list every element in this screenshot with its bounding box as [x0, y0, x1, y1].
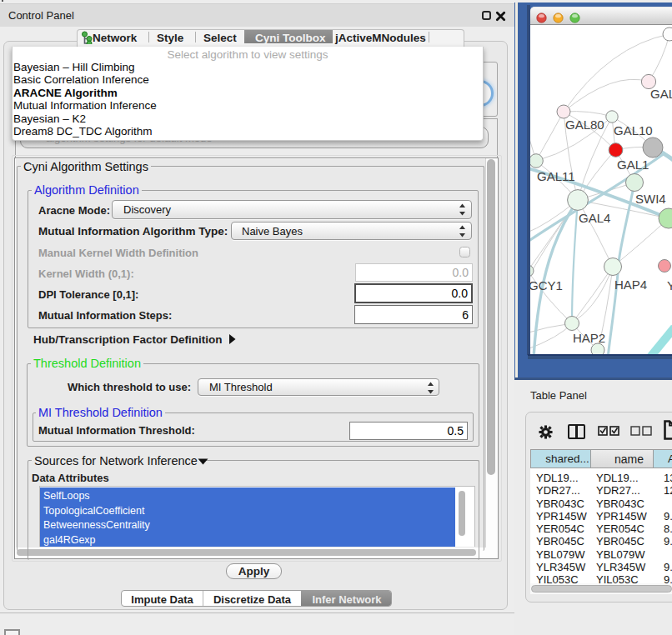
svg-text:GAL80: GAL80	[565, 118, 604, 132]
svg-text:HAP4: HAP4	[614, 278, 647, 292]
svg-text:HAP2: HAP2	[573, 331, 605, 345]
svg-text:Y: Y	[667, 278, 672, 292]
svg-text:GCY1: GCY1	[530, 278, 563, 292]
svg-text:GAL7: GAL7	[650, 87, 672, 101]
svg-text:GAL10: GAL10	[614, 123, 653, 138]
svg-text:GAL4: GAL4	[579, 211, 610, 225]
svg-text:SWI4: SWI4	[635, 192, 666, 206]
svg-text:GAL1: GAL1	[617, 158, 649, 172]
svg-text:GAL11: GAL11	[537, 169, 575, 183]
